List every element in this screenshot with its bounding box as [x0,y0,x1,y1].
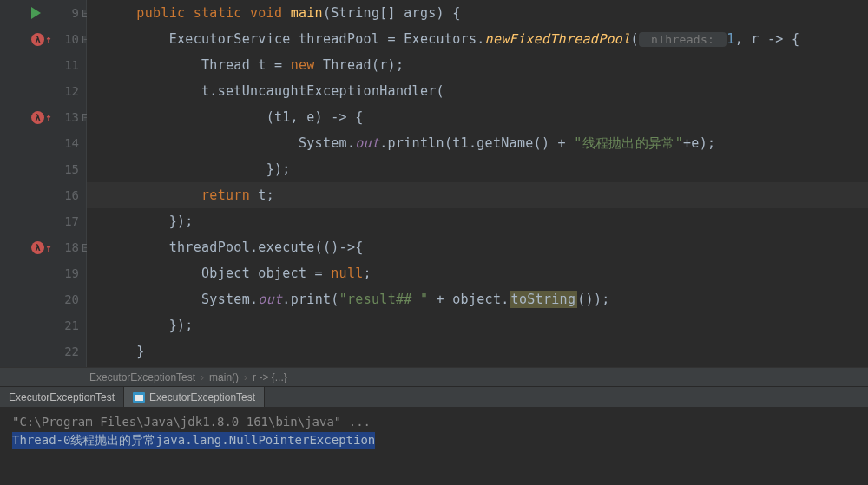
line-number: 14 [55,136,79,150]
line-number: 15 [55,162,79,176]
line-number: 10 [55,32,79,46]
line-number: 13 [55,110,79,124]
gutter-row[interactable]: 14 [0,130,86,156]
run-tabs: ExecutorExceptionTest ExecutorExceptionT… [0,386,868,407]
line-number: 19 [55,266,79,280]
gutter-row[interactable]: 12 [0,78,86,104]
gutter: 9 − λ 10 − 11 12 λ 13 − 14 15 16 17 λ 18… [0,0,87,367]
console-command-line[interactable]: "C:\Program Files\Java\jdk1.8.0_161\bin\… [12,412,856,431]
lambda-icon[interactable]: λ [31,111,44,124]
breadcrumb[interactable]: ExecutorExceptionTest › main() › r -> {.… [0,367,868,386]
line-number: 17 [55,214,79,228]
gutter-row[interactable]: 20 [0,286,86,312]
code-line-current[interactable]: return t; [87,182,868,208]
gutter-row[interactable]: 21 [0,312,86,338]
code-line[interactable]: }); [87,312,868,338]
gutter-row[interactable]: λ 13 − [0,104,86,130]
line-number: 12 [55,84,79,98]
code-line[interactable]: }); [87,156,868,182]
line-number: 22 [55,344,79,358]
line-number: 16 [55,188,79,202]
chevron-right-icon: › [201,371,204,383]
code-line[interactable]: (t1, e) -> { [87,104,868,130]
code-line[interactable]: Object object = null; [87,260,868,286]
gutter-row[interactable]: λ 18 − [0,234,86,260]
gutter-row[interactable]: 17 [0,208,86,234]
selected-text: Thread-0线程抛出的异常java.lang.NullPointerExce… [12,432,375,449]
svg-rect-1 [135,395,143,401]
code-area[interactable]: public static void main(String[] args) {… [87,0,868,367]
gutter-row[interactable]: 11 [0,52,86,78]
lambda-icon[interactable]: λ [31,33,44,46]
breadcrumb-item[interactable]: ExecutorExceptionTest [89,371,195,383]
line-number: 20 [55,292,79,306]
gutter-row[interactable]: 16 [0,182,86,208]
param-hint: nThreads: [639,32,727,47]
gutter-row[interactable]: 9 − [0,0,86,26]
console-output[interactable]: "C:\Program Files\Java\jdk1.8.0_161\bin\… [0,407,868,485]
gutter-row[interactable]: 19 [0,260,86,286]
code-line[interactable]: t.setUncaughtExceptionHandler( [87,78,868,104]
line-number: 18 [55,240,79,254]
code-line[interactable]: System.out.println(t1.getName() + "线程抛出的… [87,130,868,156]
breadcrumb-item[interactable]: r -> {...} [253,371,287,383]
breadcrumb-item[interactable]: main() [209,371,239,383]
editor-area: 9 − λ 10 − 11 12 λ 13 − 14 15 16 17 λ 18… [0,0,868,367]
gutter-row[interactable]: 22 [0,338,86,364]
console-stdout-line[interactable]: Thread-0线程抛出的异常java.lang.NullPointerExce… [12,431,856,450]
inspection-highlight: toString [510,291,578,308]
gutter-row[interactable]: λ 10 − [0,26,86,52]
run-tab-active[interactable]: ExecutorExceptionTest [124,387,265,407]
code-line[interactable]: public static void main(String[] args) { [87,0,868,26]
code-line[interactable]: Thread t = new Thread(r); [87,52,868,78]
run-tab[interactable]: ExecutorExceptionTest [0,387,124,407]
code-line[interactable]: ExecutorService threadPool = Executors.n… [87,26,868,52]
chevron-right-icon: › [244,371,247,383]
code-line[interactable]: } [87,338,868,364]
code-line[interactable]: }); [87,208,868,234]
run-icon[interactable] [31,7,41,19]
line-number: 21 [55,318,79,332]
lambda-icon[interactable]: λ [31,241,44,254]
application-icon [133,392,145,403]
line-number: 9 [55,6,79,20]
code-line[interactable]: threadPool.execute(()->{ [87,234,868,260]
line-number: 11 [55,58,79,72]
gutter-row[interactable]: 15 [0,156,86,182]
code-line[interactable]: System.out.print("result## " + object.to… [87,286,868,312]
